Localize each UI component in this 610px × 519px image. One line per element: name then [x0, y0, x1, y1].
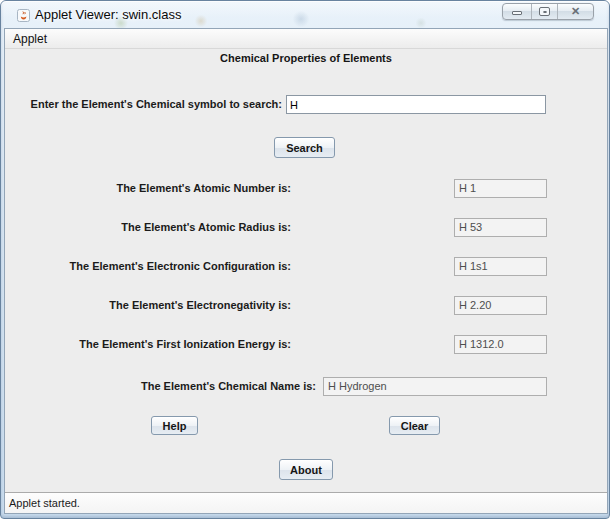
result-row-atomic-number: The Element's Atomic Number is: H 1 — [5, 179, 607, 198]
result-field: H 1s1 — [454, 257, 547, 276]
menu-item-applet[interactable]: Applet — [7, 30, 53, 49]
result-row-atomic-radius: The Element's Atomic Radius is: H 53 — [5, 218, 607, 237]
menubar: Applet — [5, 29, 607, 49]
caption-buttons: ✕ — [502, 3, 594, 20]
result-label: The Element's Chemical Name is: — [141, 377, 316, 396]
java-applet-icon — [17, 8, 30, 21]
result-field: H 2.20 — [454, 296, 547, 315]
result-field: H 1 — [454, 179, 547, 198]
about-button[interactable]: About — [279, 459, 333, 480]
status-text: Applet started. — [9, 493, 80, 513]
result-row-electronic-configuration: The Element's Electronic Configuration i… — [5, 257, 607, 276]
maximize-icon — [539, 7, 550, 16]
result-row-chemical-name: The Element's Chemical Name is: H Hydrog… — [5, 377, 607, 396]
result-field: H Hydrogen — [323, 377, 547, 396]
minimize-button[interactable] — [503, 4, 531, 19]
result-label: The Element's First Ionization Energy is… — [79, 335, 291, 354]
result-label: The Element's Atomic Radius is: — [121, 218, 291, 237]
result-row-electronegativity: The Element's Electronegativity is: H 2.… — [5, 296, 607, 315]
result-row-first-ionization-energy: The Element's First Ionization Energy is… — [5, 335, 607, 354]
clear-button[interactable]: Clear — [389, 416, 440, 435]
page-title: Chemical Properties of Elements — [5, 52, 607, 64]
search-input[interactable] — [286, 95, 546, 114]
close-icon: ✕ — [571, 4, 580, 19]
result-field: H 1312.0 — [454, 335, 547, 354]
status-bar: Applet started. — [5, 492, 607, 513]
applet-viewer-window: Applet Viewer: swin.class ✕ Applet Chemi… — [0, 0, 610, 519]
result-label: The Element's Atomic Number is: — [116, 179, 291, 198]
search-button[interactable]: Search — [274, 137, 335, 158]
result-label: The Element's Electronic Configuration i… — [70, 257, 291, 276]
applet-client-area: Applet Chemical Properties of Elements E… — [5, 29, 607, 513]
window-title: Applet Viewer: swin.class — [35, 1, 181, 29]
help-button[interactable]: Help — [151, 416, 198, 435]
close-button[interactable]: ✕ — [557, 4, 593, 19]
titlebar[interactable]: Applet Viewer: swin.class ✕ — [1, 1, 609, 29]
result-label: The Element's Electronegativity is: — [109, 296, 291, 315]
result-field: H 53 — [454, 218, 547, 237]
minimize-icon — [512, 11, 522, 15]
search-label: Enter the Element's Chemical symbol to s… — [31, 95, 282, 114]
maximize-button[interactable] — [531, 4, 557, 19]
